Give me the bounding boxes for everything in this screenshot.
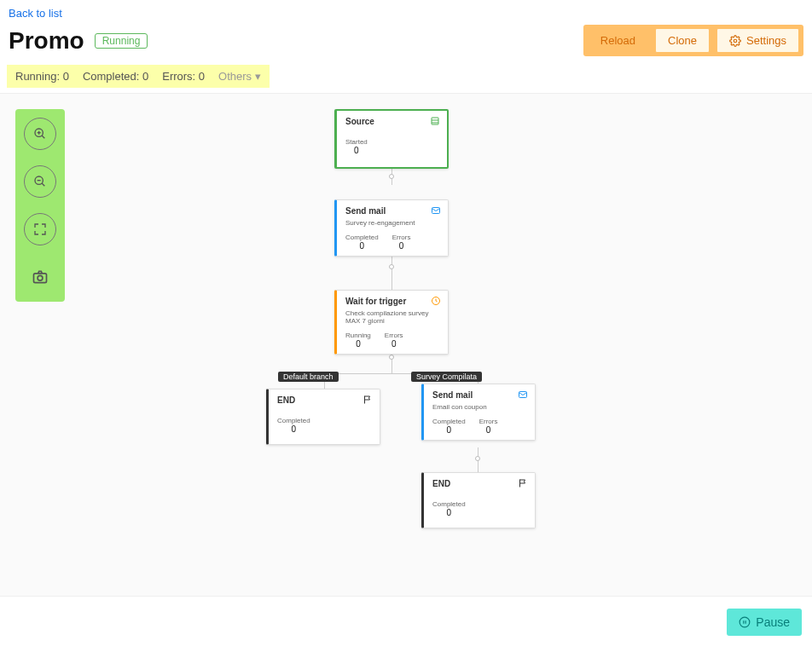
svg-point-0 xyxy=(734,39,737,43)
stat-value: 0 xyxy=(345,339,371,349)
stat-errors: Errors: 0 xyxy=(162,70,205,83)
node-subtitle: Check compilazione survey MAX 7 giorni xyxy=(345,309,441,325)
screenshot-button[interactable] xyxy=(24,261,56,293)
svg-rect-8 xyxy=(34,274,47,283)
stat-value: 0 xyxy=(432,508,466,517)
stat-label: Completed xyxy=(345,234,379,241)
stat-label: Errors xyxy=(392,234,411,241)
node-send-mail-2[interactable]: Send mail Email con coupon Completed0 Er… xyxy=(421,384,536,441)
node-title: END xyxy=(277,395,295,405)
svg-line-6 xyxy=(42,183,44,186)
connector-dot xyxy=(389,174,394,179)
back-to-list-link[interactable]: Back to list xyxy=(9,7,62,20)
gear-icon xyxy=(729,35,741,47)
node-subtitle: Survey re-engagement xyxy=(345,219,441,227)
caret-down-icon: ▾ xyxy=(255,70,261,83)
svg-rect-10 xyxy=(432,118,438,124)
node-subtitle: Email con coupon xyxy=(432,403,528,411)
node-wait-for-trigger[interactable]: Wait for trigger Check compilazione surv… xyxy=(334,290,449,355)
stat-value: 0 xyxy=(479,425,498,435)
page-title: Promo xyxy=(9,27,84,55)
mail-icon xyxy=(518,389,528,400)
node-title: END xyxy=(432,479,450,488)
pause-button-label: Pause xyxy=(756,615,790,629)
action-bar: Reload Clone Settings xyxy=(583,25,803,56)
node-end-2[interactable]: END Completed0 xyxy=(421,472,536,528)
svg-point-18 xyxy=(740,617,750,627)
stat-label: Completed xyxy=(432,500,466,508)
stat-others-label: Others xyxy=(218,70,252,83)
clone-button[interactable]: Clone xyxy=(655,28,710,53)
branch-label-survey: Survey Compilata xyxy=(411,372,482,382)
zoom-out-button[interactable] xyxy=(24,165,56,198)
node-send-mail-1[interactable]: Send mail Survey re-engagement Completed… xyxy=(334,199,449,257)
canvas-toolbox xyxy=(15,109,65,302)
stat-completed: Completed: 0 xyxy=(83,70,148,83)
node-end-1[interactable]: END Completed0 xyxy=(266,389,380,445)
settings-button-label: Settings xyxy=(746,34,786,47)
stat-value: 0 xyxy=(385,339,403,349)
fit-screen-button[interactable] xyxy=(24,213,56,245)
stat-label: Running xyxy=(345,332,371,339)
node-title: Wait for trigger xyxy=(345,297,406,306)
footer: Pause xyxy=(0,596,812,643)
flag-icon xyxy=(518,478,528,488)
mail-icon xyxy=(431,205,441,216)
connector-dot xyxy=(389,355,394,360)
header: Promo Running Reload Clone Settings xyxy=(0,20,812,56)
stats-bar: Running: 0 Completed: 0 Errors: 0 Others… xyxy=(7,65,270,88)
workflow-canvas[interactable]: Default branch Survey Compilata Source S… xyxy=(0,93,812,596)
stat-label: Errors xyxy=(479,418,498,425)
database-icon xyxy=(430,116,440,126)
stat-label: Errors xyxy=(385,332,403,339)
pause-button[interactable]: Pause xyxy=(727,609,802,636)
node-title: Source xyxy=(345,117,374,126)
stat-label: Completed xyxy=(432,418,466,425)
node-title: Send mail xyxy=(432,390,473,400)
svg-line-2 xyxy=(42,136,44,138)
status-badge: Running xyxy=(95,33,148,49)
connector-dot xyxy=(389,264,394,269)
svg-point-9 xyxy=(38,275,43,280)
connector-dot xyxy=(475,456,480,461)
stat-running: Running: 0 xyxy=(15,70,69,83)
stat-value: 0 xyxy=(432,425,466,435)
pause-icon xyxy=(739,616,751,628)
zoom-in-button[interactable] xyxy=(24,118,56,150)
node-source[interactable]: Source Started 0 xyxy=(334,109,449,169)
stat-value: 0 xyxy=(392,241,411,251)
flag-icon xyxy=(362,395,373,405)
settings-button[interactable]: Settings xyxy=(716,28,799,53)
stat-value: 0 xyxy=(277,424,310,434)
stat-others-dropdown[interactable]: Others ▾ xyxy=(218,70,261,83)
stat-value: 0 xyxy=(345,146,368,155)
node-title: Send mail xyxy=(345,206,386,216)
stat-label: Started xyxy=(345,138,368,146)
stat-value: 0 xyxy=(345,241,379,251)
title-wrap: Promo Running xyxy=(9,27,148,55)
history-icon xyxy=(431,296,441,306)
branch-label-default: Default branch xyxy=(278,372,339,382)
stat-label: Completed xyxy=(277,417,310,424)
reload-button[interactable]: Reload xyxy=(588,28,648,53)
